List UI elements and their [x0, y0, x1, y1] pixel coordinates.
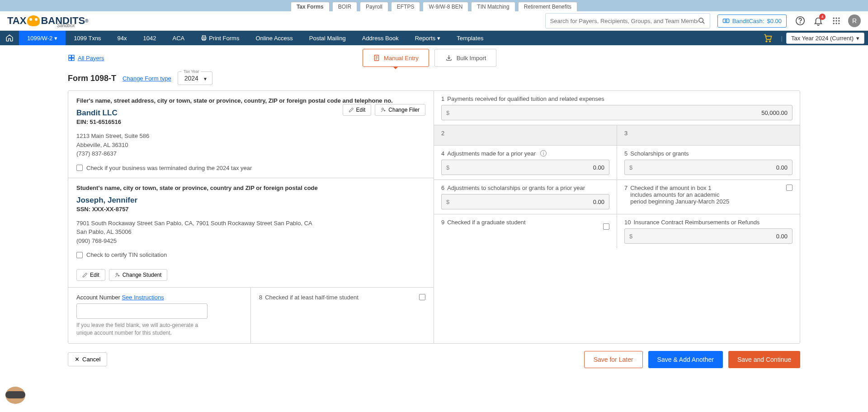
logo-sandbox: Sandbox [57, 23, 75, 28]
box-5-num: 5 [624, 150, 627, 157]
box-5-input[interactable]: $ 0.00 [624, 160, 793, 175]
nav-print-forms[interactable]: Print Forms [193, 31, 247, 45]
banditcash-value: $0.00 [767, 18, 782, 24]
tab-manual-entry[interactable]: Manual Entry [363, 49, 429, 67]
save-for-later-button[interactable]: Save for Later [584, 351, 643, 368]
box-7-cell: 7 Checked if the amount in box 1 include… [617, 180, 800, 214]
box-10-input[interactable]: $ 0.00 [624, 228, 793, 244]
edit-student-button[interactable]: Edit [76, 269, 105, 281]
box-1-label: Payments received for qualified tuition … [447, 95, 604, 102]
box-4-value: 0.00 [593, 164, 604, 171]
box-4-input[interactable]: $ 0.00 [441, 160, 609, 175]
footer-row: ✕ Cancel Save for Later Save & Add Anoth… [68, 351, 800, 368]
filer-addr-2: Abbeville, AL 36310 [76, 141, 425, 150]
header-bar: TAX BANDITS ® Sandbox BanditCash: $0.00 … [0, 11, 868, 31]
apps-icon[interactable] [830, 14, 843, 27]
nav-divider: | [778, 35, 786, 42]
svg-rect-23 [72, 58, 74, 61]
box-7-checkbox[interactable] [786, 185, 793, 191]
tin-solicitation-checkbox[interactable] [76, 252, 83, 258]
help-icon[interactable] [794, 14, 807, 27]
student-phone: (090) 768-9425 [76, 237, 425, 246]
save-continue-button[interactable]: Save and Continue [728, 351, 800, 368]
search-icon[interactable] [698, 17, 705, 24]
dollar-icon: $ [629, 233, 632, 240]
nav-1042[interactable]: 1042 [135, 31, 165, 45]
tab-tax-forms[interactable]: Tax Forms [291, 2, 330, 11]
svg-line-1 [703, 22, 704, 24]
change-student-button[interactable]: Change Student [109, 269, 168, 281]
user-avatar[interactable]: R [848, 14, 861, 27]
svg-point-5 [800, 23, 801, 23]
account-helper-text: If you leave the field blank, we will au… [76, 322, 208, 337]
year-label: Tax Year [182, 69, 201, 74]
box-8-num: 8 [259, 294, 262, 301]
save-add-another-button[interactable]: Save & Add Another [648, 351, 723, 368]
dollar-icon: $ [629, 164, 632, 171]
student-section: Student's name, city or town, state or p… [68, 178, 434, 288]
nav-postal-mailing[interactable]: Postal Mailing [301, 31, 354, 45]
change-filer-button[interactable]: Change Filer [375, 104, 425, 116]
student-section-title: Student's name, city or town, state or p… [76, 185, 425, 191]
svg-point-13 [835, 23, 837, 24]
box-8-checkbox[interactable] [419, 294, 425, 300]
cancel-button[interactable]: ✕ Cancel [68, 352, 107, 366]
student-addr-1: 7901 South Rockaway Street San Pablo, CA… [76, 219, 425, 228]
account-number-input[interactable] [76, 303, 208, 319]
cart-icon[interactable] [758, 33, 778, 43]
tab-boir[interactable]: BOIR [332, 2, 357, 11]
tab-w9-w8[interactable]: W-9/W-8 BEN [423, 2, 468, 11]
form-1098t-container: Filer's name, street address, city or to… [68, 90, 800, 344]
tab-payroll[interactable]: Payroll [360, 2, 388, 11]
nav-94x[interactable]: 94x [109, 31, 135, 45]
nav-1099-w2[interactable]: 1099/W-2 ▾ [19, 31, 66, 45]
terminated-checkbox-label: Check if your business was terminated du… [86, 165, 252, 171]
nav-reports[interactable]: Reports ▾ [407, 31, 449, 45]
box-1-cell: 1 Payments received for qualified tuitio… [434, 91, 800, 125]
box-10-label: Insurance Contract Reimbursements or Ref… [633, 219, 760, 226]
svg-rect-20 [69, 55, 71, 57]
box-5-cell: 5 Scholarships or grants $ 0.00 [617, 146, 800, 180]
student-addr-2: San Pablo, AL 35006 [76, 227, 425, 237]
search-container[interactable] [545, 13, 710, 28]
box-9-checkbox[interactable] [603, 223, 609, 230]
box-2-num: 2 [441, 130, 444, 137]
search-input[interactable] [550, 18, 698, 24]
nav-home-icon[interactable] [0, 31, 19, 45]
tax-year-selector[interactable]: Tax Year 2024 (Current) ▾ [786, 33, 864, 44]
svg-point-18 [766, 41, 767, 42]
banditcash-button[interactable]: BanditCash: $0.00 [717, 14, 787, 28]
see-instructions-link[interactable]: See Instructions [122, 294, 164, 301]
info-icon[interactable]: i [540, 150, 547, 156]
box-1-input[interactable]: $ 50,000.00 [441, 105, 793, 120]
svg-rect-21 [72, 55, 74, 57]
nav-templates[interactable]: Templates [448, 31, 491, 45]
student-ssn: SSN: XXX-XX-8757 [76, 206, 425, 213]
box-6-value: 0.00 [593, 199, 604, 205]
tax-year-dropdown[interactable]: Tax Year 2024 [178, 71, 212, 85]
tab-bulk-import[interactable]: Bulk Import [434, 49, 497, 67]
svg-point-28 [382, 108, 384, 110]
tab-tin-matching[interactable]: TIN Matching [471, 2, 515, 11]
box-10-num: 10 [624, 219, 631, 226]
chevron-down-icon: ▾ [856, 35, 859, 42]
nav-address-book[interactable]: Address Book [354, 31, 407, 45]
box-2-cell: 2 [434, 125, 617, 145]
account-number-label: Account Number [76, 294, 120, 301]
logo[interactable]: TAX BANDITS ® Sandbox [7, 15, 89, 27]
notif-badge: 4 [819, 14, 826, 20]
change-form-type-link[interactable]: Change Form type [123, 75, 171, 82]
nav-aca[interactable]: ACA [165, 31, 193, 45]
box-6-input[interactable]: $ 0.00 [441, 194, 609, 209]
edit-filer-button[interactable]: Edit [343, 104, 372, 116]
all-payers-link[interactable]: All Payers [68, 54, 104, 62]
filer-name: Bandit LLC [76, 109, 121, 118]
tab-retirement[interactable]: Retirement Benefits [518, 2, 577, 11]
svg-point-9 [833, 20, 835, 21]
tab-eftps[interactable]: EFTPS [391, 2, 420, 11]
svg-point-11 [838, 20, 840, 21]
terminated-checkbox[interactable] [76, 165, 83, 171]
nav-online-access[interactable]: Online Access [247, 31, 301, 45]
nav-1099-txns[interactable]: 1099 Txns [66, 31, 109, 45]
notifications-icon[interactable]: 4 [812, 14, 825, 27]
